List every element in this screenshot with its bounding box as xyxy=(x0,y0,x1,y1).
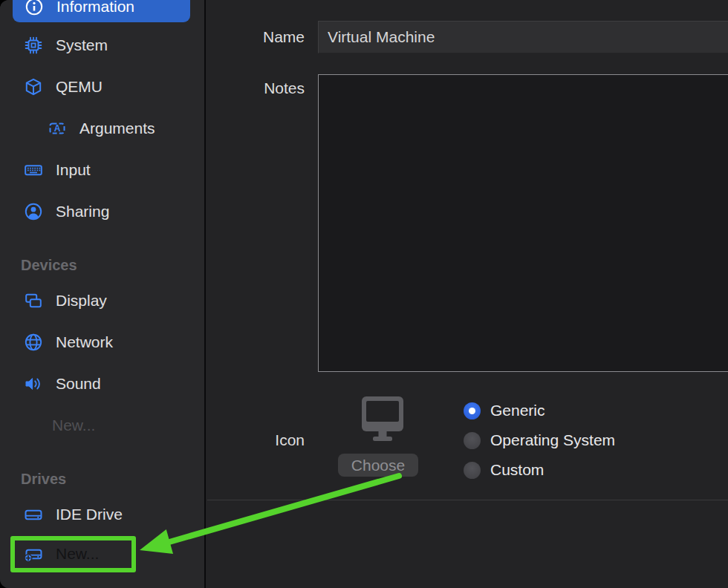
notes-label: Notes xyxy=(207,79,305,97)
svg-text:A: A xyxy=(54,123,61,134)
radio-os-label: Operating System xyxy=(490,431,615,449)
sidebar-section-drives: Drives xyxy=(21,469,66,489)
info-circle-icon xyxy=(23,0,45,18)
radio-generic[interactable]: Generic xyxy=(464,396,615,425)
notes-textarea[interactable] xyxy=(318,74,728,372)
sidebar-item-input[interactable]: Input xyxy=(0,155,206,185)
display-rectangles-icon xyxy=(22,290,45,312)
information-pane: Name Notes Icon Choose Generic Operating… xyxy=(207,0,728,588)
vm-settings-window: Information System xyxy=(0,0,728,588)
icon-type-radio-group: Generic Operating System Custom xyxy=(464,396,615,485)
radio-operating-system[interactable]: Operating System xyxy=(464,425,615,455)
external-drive-plus-icon xyxy=(22,543,45,565)
radio-custom[interactable]: Custom xyxy=(464,455,615,485)
sidebar-item-label: Information xyxy=(56,0,134,16)
settings-sidebar: Information System xyxy=(0,0,206,588)
sidebar-item-sharing[interactable]: Sharing xyxy=(0,197,206,226)
sidebar-item-label: QEMU xyxy=(56,78,103,96)
vm-icon-preview xyxy=(361,396,404,442)
sidebar-item-qemu[interactable]: QEMU xyxy=(0,72,206,102)
sidebar-item-drives-new[interactable]: New... xyxy=(0,539,206,569)
sidebar-item-label: IDE Drive xyxy=(56,506,123,523)
sidebar-item-arguments[interactable]: A Arguments xyxy=(0,114,206,143)
sidebar-item-label: System xyxy=(56,36,108,54)
section-divider xyxy=(207,500,728,500)
sidebar-item-display[interactable]: Display xyxy=(0,286,206,316)
icon-label: Icon xyxy=(207,431,305,449)
sidebar-item-label: Input xyxy=(56,161,91,179)
sidebar-item-label: Display xyxy=(56,292,107,310)
external-drive-icon xyxy=(22,503,45,526)
sidebar-item-label: New... xyxy=(52,416,95,434)
sidebar-item-network[interactable]: Network xyxy=(0,327,206,357)
keyboard-icon xyxy=(22,159,45,181)
sidebar-item-ide-drive[interactable]: IDE Drive xyxy=(0,500,206,529)
name-input[interactable] xyxy=(318,21,728,53)
sidebar-item-information[interactable]: Information xyxy=(13,0,190,22)
sidebar-item-label: Arguments xyxy=(79,120,155,137)
sidebar-item-devices-new[interactable]: New... xyxy=(0,411,206,440)
a-textbox-icon: A xyxy=(46,117,68,140)
speaker-wave-icon xyxy=(22,373,45,395)
sidebar-item-label: Sharing xyxy=(56,203,109,220)
sidebar-section-devices: Devices xyxy=(21,255,77,275)
radio-custom-label: Custom xyxy=(490,461,544,479)
person-circle-icon xyxy=(22,200,45,223)
globe-icon xyxy=(22,331,45,353)
monitor-icon xyxy=(361,396,404,442)
sidebar-item-label: Sound xyxy=(56,375,101,393)
radio-generic-label: Generic xyxy=(490,402,545,419)
radio-os-input[interactable] xyxy=(464,432,481,449)
name-label: Name xyxy=(207,28,305,46)
choose-icon-button[interactable]: Choose xyxy=(338,454,418,477)
sidebar-item-label: New... xyxy=(56,545,99,563)
sidebar-item-label: Network xyxy=(56,333,113,351)
sidebar-item-system[interactable]: System xyxy=(0,30,206,60)
radio-custom-input[interactable] xyxy=(464,462,481,479)
radio-generic-input[interactable] xyxy=(464,402,481,419)
sidebar-item-sound[interactable]: Sound xyxy=(0,369,206,399)
cpu-chip-icon xyxy=(22,34,45,56)
cube-box-icon xyxy=(22,76,45,98)
